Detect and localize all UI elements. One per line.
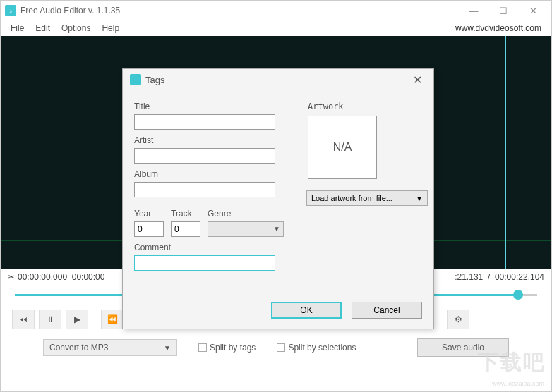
dialog-titlebar: Tags ✕ xyxy=(123,69,433,90)
comment-input[interactable] xyxy=(134,255,275,271)
artwork-na: N/A xyxy=(333,141,352,154)
menu-file[interactable]: File xyxy=(5,22,30,35)
year-input[interactable] xyxy=(134,221,164,237)
app-icon: ♪ xyxy=(5,5,16,16)
save-label: Save audio xyxy=(442,343,484,353)
album-label: Album xyxy=(134,169,422,179)
load-artwork-label: Load artwork from file... xyxy=(311,194,392,202)
cancel-label: Cancel xyxy=(373,305,400,315)
split-tags-label: Split by tags xyxy=(210,343,256,353)
checkbox-icon xyxy=(277,343,285,352)
dialog-buttons: OK Cancel xyxy=(271,302,422,319)
split-sel-label: Split by selections xyxy=(288,343,356,353)
artwork-preview: N/A xyxy=(308,116,377,179)
app-title: Free Audio Editor v. 1.1.35 xyxy=(20,6,120,16)
dropdown-arrow-icon: ▼ xyxy=(164,344,171,352)
genre-dropdown[interactable]: ▼ xyxy=(208,221,284,237)
play-button[interactable]: ▶ xyxy=(66,310,88,329)
title-input[interactable] xyxy=(134,114,275,130)
genre-label: Genre xyxy=(208,209,284,219)
dialog-close-button[interactable]: ✕ xyxy=(409,72,426,88)
ok-button[interactable]: OK xyxy=(271,302,342,319)
close-button[interactable]: ✕ xyxy=(519,1,547,20)
website-link[interactable]: www.dvdvideosoft.com xyxy=(455,23,547,33)
dialog-title: Tags xyxy=(145,75,164,85)
menu-options[interactable]: Options xyxy=(56,22,96,35)
dialog-body: Title Artist Album Year Track Genre ▼ xyxy=(123,90,433,276)
save-audio-button[interactable]: Save audio xyxy=(417,338,509,357)
maximize-button[interactable]: ☐ xyxy=(489,1,517,20)
menu-help[interactable]: Help xyxy=(96,22,125,35)
playhead-marker[interactable] xyxy=(505,36,506,269)
minimize-button[interactable]: — xyxy=(460,1,488,20)
menu-edit[interactable]: Edit xyxy=(30,22,56,35)
window-controls: — ☐ ✕ xyxy=(460,1,547,20)
year-label: Year xyxy=(134,209,164,219)
cancel-button[interactable]: Cancel xyxy=(352,302,422,319)
watermark-url: www.xiazaiba.com xyxy=(492,380,544,387)
tags-dialog: Tags ✕ Title Artist Album Year Track Gen… xyxy=(122,68,434,329)
time-position: :21.131 xyxy=(455,272,483,282)
load-artwork-dropdown[interactable]: Load artwork from file... ▼ xyxy=(306,190,428,206)
settings-button[interactable]: ⚙ xyxy=(447,310,469,329)
album-input[interactable] xyxy=(134,182,275,197)
title-bar: ♪ Free Audio Editor v. 1.1.35 — ☐ ✕ xyxy=(1,1,551,20)
time-total: 00:00:22.104 xyxy=(495,272,544,282)
rewind-button[interactable]: ⏮ xyxy=(12,310,35,329)
menu-bar: File Edit Options Help www.dvdvideosoft.… xyxy=(1,20,551,36)
pause-button[interactable]: ⏸ xyxy=(39,310,61,329)
comment-label: Comment xyxy=(134,243,422,252)
track-label: Track xyxy=(171,209,200,219)
title-label: Title xyxy=(134,102,422,111)
bottom-bar: Convert to MP3 ▼ Split by tags Split by … xyxy=(1,333,551,362)
split-by-selections-checkbox[interactable]: Split by selections xyxy=(277,343,356,353)
scissors-icon: ✂ xyxy=(8,272,15,282)
convert-format-dropdown[interactable]: Convert to MP3 ▼ xyxy=(43,339,177,356)
track-input[interactable] xyxy=(171,221,200,237)
ok-label: OK xyxy=(300,305,312,315)
dropdown-arrow-icon: ▼ xyxy=(416,195,423,202)
dropdown-arrow-icon: ▼ xyxy=(273,225,280,233)
artwork-label: Artwork xyxy=(308,102,344,111)
slider-thumb[interactable] xyxy=(513,290,523,300)
time-mid: 00:00:00 xyxy=(72,272,105,282)
checkbox-icon xyxy=(198,343,207,352)
time-start: 00:00:00.000 xyxy=(18,272,67,282)
artist-input[interactable] xyxy=(134,148,275,164)
split-by-tags-checkbox[interactable]: Split by tags xyxy=(198,343,256,353)
skip-back-button[interactable]: ⏪ xyxy=(101,310,124,329)
convert-label: Convert to MP3 xyxy=(49,343,108,353)
dialog-icon xyxy=(130,74,141,85)
artist-label: Artist xyxy=(134,135,422,145)
